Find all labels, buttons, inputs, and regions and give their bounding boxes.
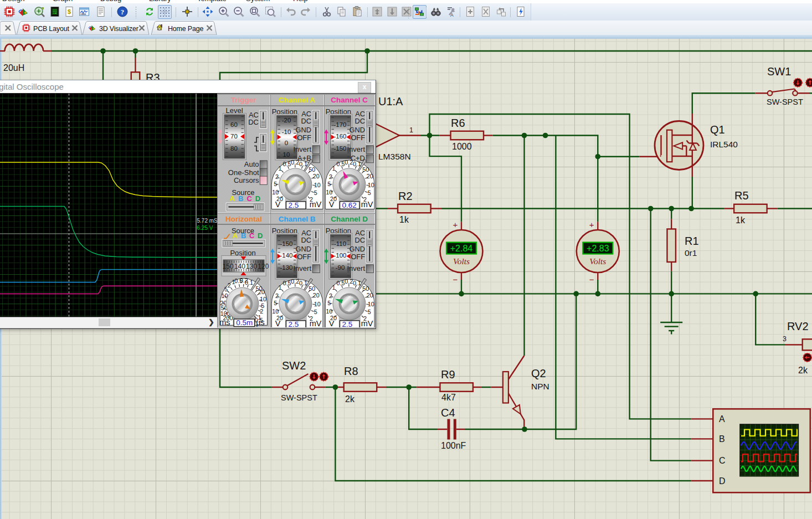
- tab-3d-visualizer-label: 3D Visualizer: [99, 25, 138, 33]
- oscilloscope-titlebar[interactable]: Digital Oscilloscope x: [0, 80, 376, 93]
- panel-horizontal: HorizontalSourceABCDPosition150140130120…: [217, 213, 270, 327]
- svg-text:10: 10: [326, 307, 332, 314]
- redraw-icon[interactable]: [143, 6, 156, 18]
- toggle-arrow-up[interactable]: [320, 372, 328, 381]
- remove-sheet-icon[interactable]: [480, 6, 492, 18]
- part-label-0r1: 0r1: [685, 248, 697, 258]
- paste-icon[interactable]: [351, 6, 364, 18]
- new-sheet-icon[interactable]: [464, 6, 477, 18]
- resistor-R5[interactable]: [734, 204, 767, 213]
- menu-item-design[interactable]: Design: [2, 0, 24, 3]
- junction-dot: [406, 384, 412, 390]
- svg-text:5: 5: [274, 300, 277, 306]
- svg-text:20: 20: [313, 173, 320, 179]
- resistor-R9[interactable]: [440, 383, 473, 392]
- menu-item-graph[interactable]: Graph: [53, 0, 73, 3]
- block-delete-icon[interactable]: [400, 6, 413, 18]
- zoom-out-icon[interactable]: [233, 6, 245, 18]
- search-tag-icon[interactable]: [430, 6, 443, 18]
- oscilloscope-display[interactable]: 5.72 mS6.25 V: [0, 94, 217, 317]
- resistor-R8[interactable]: [344, 383, 377, 392]
- toggle-arrow-left[interactable]: [803, 353, 811, 362]
- block-move-icon[interactable]: [386, 6, 399, 18]
- svg-text:2: 2: [275, 173, 279, 180]
- tab-pcb-layout[interactable]: PCB Layout: [17, 22, 82, 35]
- notes-icon[interactable]: [95, 6, 107, 18]
- wire-autoroute-icon[interactable]: [413, 5, 426, 19]
- zoom-full-icon[interactable]: [264, 6, 277, 18]
- menu-item-template[interactable]: Template: [197, 0, 227, 3]
- origin-icon[interactable]: [181, 6, 194, 18]
- 3d-visualizer-icon[interactable]: [17, 6, 30, 18]
- resistor-R6[interactable]: [451, 131, 484, 140]
- junction-dot: [669, 291, 674, 297]
- isis-schematic-icon[interactable]: [3, 6, 16, 18]
- menu-item-system[interactable]: System: [246, 0, 270, 3]
- panel-channel-c: Channel CPosition-170-160-150ACDCGNDOFFI…: [324, 94, 376, 213]
- undo-icon[interactable]: [285, 6, 297, 18]
- bill-of-materials-icon[interactable]: $: [63, 6, 76, 18]
- gauge-number: -110: [333, 240, 346, 246]
- junction-dot: [333, 384, 338, 390]
- gauge-number: -160: [333, 133, 346, 140]
- hscrollbar-right-arrow-icon[interactable]: ❯: [208, 318, 214, 326]
- wire[interactable]: [220, 51, 367, 82]
- zoom-in-icon[interactable]: [218, 6, 230, 18]
- part-label-sw1: SW1: [767, 65, 791, 78]
- hscrollbar-thumb[interactable]: [99, 318, 110, 326]
- mosfet-q1[interactable]: [655, 121, 703, 170]
- wire[interactable]: [692, 93, 756, 114]
- resistor-R1[interactable]: [667, 229, 676, 262]
- scope-part[interactable]: ABCD: [713, 409, 810, 492]
- menu-item-help[interactable]: Help: [293, 0, 308, 3]
- capacitor-C4-plate[interactable]: [454, 419, 456, 440]
- pan-icon[interactable]: [202, 6, 214, 18]
- wire[interactable]: [220, 327, 272, 387]
- svg-text:2: 2: [228, 281, 231, 288]
- part-label-swspst: SW-SPST: [767, 97, 803, 106]
- cut-icon[interactable]: [321, 6, 333, 18]
- toggle-arrow-up[interactable]: [806, 79, 812, 87]
- junction-dot: [522, 133, 527, 138]
- pcb-view-icon[interactable]: [33, 6, 46, 18]
- junction-dot: [364, 48, 370, 54]
- svg-text:0.5: 0.5: [283, 161, 291, 167]
- gauge-number: -130: [280, 264, 292, 270]
- copy-icon[interactable]: [336, 6, 348, 18]
- npn-q2[interactable]: [503, 356, 525, 420]
- zoom-area-icon[interactable]: [249, 6, 261, 18]
- design-explorer-icon[interactable]: [49, 6, 61, 18]
- exit-sheet-icon[interactable]: [495, 6, 508, 18]
- resistor-R2[interactable]: [398, 204, 431, 213]
- redo-icon[interactable]: [300, 6, 312, 18]
- menu-item-debug[interactable]: Debug: [100, 0, 121, 3]
- erc-icon[interactable]: [515, 6, 527, 18]
- wire[interactable]: [756, 294, 785, 345]
- oscilloscope-window[interactable]: Digital Oscilloscope x 5.72 mS6.25 V ❯ T…: [0, 80, 376, 329]
- voltmeter-VM2-plus: +: [589, 220, 594, 229]
- gauge-number: 10: [283, 151, 290, 158]
- wire[interactable]: [409, 387, 437, 429]
- toggle-arrow-down[interactable]: [794, 79, 802, 87]
- menu-item-library[interactable]: Library: [149, 0, 171, 3]
- simulation-window-icon[interactable]: oaaa: [78, 6, 91, 18]
- svg-text:0.5: 0.5: [336, 279, 345, 286]
- help-icon[interactable]: ?: [116, 6, 129, 18]
- svg-text:GND: GND: [349, 126, 364, 134]
- close-icon[interactable]: x: [358, 82, 371, 93]
- tab-home-page[interactable]: Home Page: [151, 22, 217, 35]
- toggle-arrow-down[interactable]: [310, 372, 318, 381]
- svg-text:5: 5: [314, 309, 317, 315]
- tab-pcb-layout-label: PCB Layout: [33, 25, 69, 33]
- toolbar-separator: [281, 7, 281, 17]
- capacitor-C4-plate[interactable]: [448, 419, 450, 440]
- oscilloscope-hscrollbar[interactable]: ❯: [0, 317, 217, 328]
- tab-3d-visualizer[interactable]: 3D Visualizer: [83, 22, 149, 35]
- block-copy-icon[interactable]: [371, 6, 384, 18]
- tab-schematic[interactable]: [0, 22, 16, 35]
- grid-toggle-icon[interactable]: [158, 5, 172, 19]
- inductor-l1[interactable]: [5, 44, 44, 51]
- switch-SW1[interactable]: [768, 89, 798, 96]
- pot-rv2[interactable]: [803, 339, 812, 350]
- property-assign-icon[interactable]: A: [445, 6, 458, 18]
